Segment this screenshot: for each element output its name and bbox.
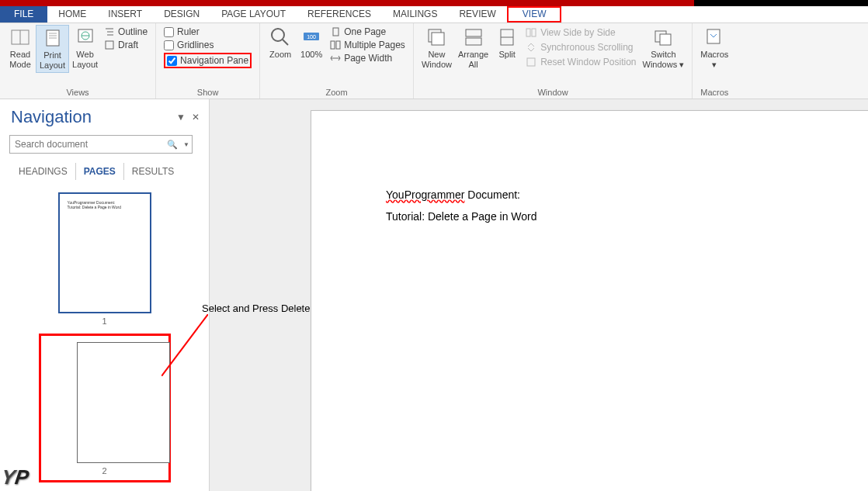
print-layout-button[interactable]: Print Layout — [36, 25, 69, 73]
svg-rect-23 — [466, 29, 481, 36]
svg-rect-28 — [532, 29, 536, 36]
group-window: New Window Arrange All Split View Side b… — [414, 23, 693, 99]
svg-point-13 — [272, 29, 284, 41]
chevron-down-icon: ▾ — [712, 60, 717, 69]
page-thumbnail-1[interactable]: YouProgrammer Document: Tutorial: Delete… — [58, 192, 151, 313]
nav-dropdown-icon[interactable]: ▼ — [176, 112, 186, 123]
tab-references[interactable]: REFERENCES — [297, 6, 382, 22]
doc-line-1: YouProgrammer Document: — [386, 188, 794, 201]
tab-page-layout[interactable]: PAGE LAYOUT — [210, 6, 297, 22]
one-page-button[interactable]: One Page — [330, 26, 405, 37]
navigation-pane: Navigation ▼ ✕ 🔍 ▼ HEADINGS PAGES RESULT… — [0, 99, 210, 491]
read-mode-icon — [9, 26, 31, 48]
svg-rect-17 — [333, 28, 339, 36]
navigation-pane-checkbox[interactable]: Navigation Pane — [167, 55, 248, 66]
document-area[interactable]: YouProgrammer Document: Tutorial: Delete… — [210, 99, 868, 491]
gridlines-checkbox[interactable]: Gridlines — [164, 40, 252, 50]
svg-rect-29 — [527, 58, 535, 66]
group-zoom-label: Zoom — [265, 86, 408, 99]
page-width-button[interactable]: Page Width — [330, 53, 405, 64]
multi-pages-icon — [330, 40, 341, 50]
svg-rect-27 — [526, 29, 530, 36]
split-icon — [496, 26, 518, 48]
group-zoom: Zoom 100 100% One Page Multiple Pages Pa… — [260, 23, 414, 99]
group-window-label: Window — [418, 86, 687, 99]
outline-icon — [104, 26, 115, 37]
read-mode-button[interactable]: Read Mode — [5, 25, 36, 71]
sync-scroll-icon — [526, 42, 536, 53]
group-views: Read Mode Print Layout Web Layout Outlin… — [0, 23, 156, 99]
svg-rect-12 — [106, 41, 113, 49]
nav-tabs: HEADINGS PAGES RESULTS — [0, 157, 209, 185]
new-window-button[interactable]: New Window — [418, 25, 455, 71]
tab-file[interactable]: FILE — [0, 6, 47, 22]
tab-mailings[interactable]: MAILINGS — [382, 6, 448, 22]
svg-rect-24 — [466, 38, 481, 45]
reset-pos-icon — [526, 57, 536, 67]
hundred-icon: 100 — [300, 26, 322, 48]
tab-review[interactable]: REVIEW — [448, 6, 506, 22]
svg-rect-31 — [660, 34, 671, 45]
search-box: 🔍 ▼ — [9, 135, 193, 154]
page-number-2: 2 — [77, 466, 133, 475]
web-layout-icon — [75, 26, 96, 48]
content-area: Navigation ▼ ✕ 🔍 ▼ HEADINGS PAGES RESULT… — [0, 99, 868, 491]
annotation-highlight-box: 2 — [39, 334, 171, 482]
group-macros: Macros▾ Macros — [693, 23, 736, 99]
synchronous-scrolling-button: Synchronous Scrolling — [526, 41, 636, 54]
search-input[interactable] — [10, 136, 164, 153]
nav-tab-pages[interactable]: PAGES — [76, 163, 124, 180]
zoom-button[interactable]: Zoom — [265, 25, 296, 61]
search-dropdown-icon[interactable]: ▼ — [181, 136, 192, 153]
tab-view[interactable]: VIEW — [507, 6, 562, 22]
tab-home[interactable]: HOME — [47, 6, 97, 22]
zoom-icon — [269, 26, 291, 48]
page-width-icon — [330, 53, 341, 64]
ribbon-tabs: FILE HOME INSERT DESIGN PAGE LAYOUT REFE… — [0, 6, 868, 23]
switch-windows-icon — [652, 26, 674, 48]
nav-close-icon[interactable]: ✕ — [192, 112, 200, 123]
nav-tab-headings[interactable]: HEADINGS — [11, 163, 76, 180]
ruler-checkbox[interactable]: Ruler — [164, 26, 252, 37]
page-thumbnail-2[interactable] — [77, 342, 170, 463]
view-side-by-side-button: View Side by Side — [526, 26, 636, 39]
split-button[interactable]: Split — [491, 25, 523, 61]
ribbon: Read Mode Print Layout Web Layout Outlin… — [0, 23, 868, 99]
group-macros-label: Macros — [697, 86, 731, 99]
macros-icon — [703, 26, 725, 48]
hundred-percent-button[interactable]: 100 100% — [296, 25, 327, 61]
draft-icon — [104, 40, 115, 50]
arrange-all-button[interactable]: Arrange All — [455, 25, 491, 71]
multiple-pages-button[interactable]: Multiple Pages — [330, 40, 405, 50]
group-show: Ruler Gridlines Navigation Pane Show — [156, 23, 260, 99]
reset-window-position-button: Reset Window Position — [526, 56, 636, 68]
macros-button[interactable]: Macros▾ — [697, 25, 731, 71]
group-views-label: Views — [5, 86, 151, 99]
chevron-down-icon: ▾ — [679, 60, 684, 69]
side-by-side-icon — [526, 27, 536, 38]
svg-rect-22 — [432, 33, 444, 45]
svg-rect-18 — [331, 41, 335, 49]
svg-rect-32 — [707, 29, 720, 43]
nav-tab-results[interactable]: RESULTS — [124, 163, 182, 180]
arrange-all-icon — [463, 26, 484, 48]
navigation-title: Navigation — [11, 107, 92, 127]
svg-rect-19 — [336, 41, 340, 49]
outline-button[interactable]: Outline — [104, 26, 148, 37]
one-page-icon — [330, 26, 341, 37]
draft-button[interactable]: Draft — [104, 40, 148, 50]
logo-watermark: YP — [0, 465, 30, 489]
tab-design[interactable]: DESIGN — [153, 6, 210, 22]
title-bar-strip — [0, 0, 868, 6]
annotation-arrow — [161, 314, 208, 376]
svg-line-33 — [161, 314, 208, 376]
search-icon[interactable]: 🔍 — [164, 136, 181, 153]
print-layout-icon — [42, 27, 64, 49]
annotation-text: Select and Press Delete — [202, 303, 310, 314]
web-layout-button[interactable]: Web Layout — [69, 25, 101, 71]
tab-insert[interactable]: INSERT — [97, 6, 153, 22]
group-show-label: Show — [161, 86, 255, 99]
switch-windows-button[interactable]: Switch Windows ▾ — [640, 25, 688, 71]
doc-line-2: Tutorial: Delete a Page in Word — [386, 210, 794, 223]
document-page[interactable]: YouProgrammer Document: Tutorial: Delete… — [311, 110, 868, 491]
